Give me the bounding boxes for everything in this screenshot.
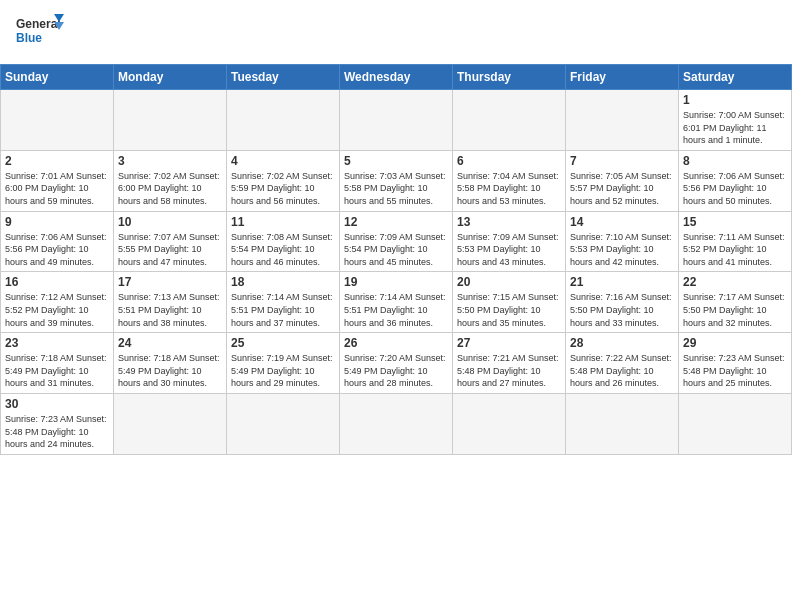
day-cell: 17Sunrise: 7:13 AM Sunset: 5:51 PM Dayli… bbox=[114, 272, 227, 333]
day-info: Sunrise: 7:06 AM Sunset: 5:56 PM Dayligh… bbox=[683, 170, 787, 208]
week-row-3: 16Sunrise: 7:12 AM Sunset: 5:52 PM Dayli… bbox=[1, 272, 792, 333]
day-cell: 6Sunrise: 7:04 AM Sunset: 5:58 PM Daylig… bbox=[453, 150, 566, 211]
day-info: Sunrise: 7:06 AM Sunset: 5:56 PM Dayligh… bbox=[5, 231, 109, 269]
day-number: 6 bbox=[457, 154, 561, 168]
day-info: Sunrise: 7:05 AM Sunset: 5:57 PM Dayligh… bbox=[570, 170, 674, 208]
day-info: Sunrise: 7:21 AM Sunset: 5:48 PM Dayligh… bbox=[457, 352, 561, 390]
day-info: Sunrise: 7:18 AM Sunset: 5:49 PM Dayligh… bbox=[5, 352, 109, 390]
day-cell: 16Sunrise: 7:12 AM Sunset: 5:52 PM Dayli… bbox=[1, 272, 114, 333]
day-info: Sunrise: 7:02 AM Sunset: 5:59 PM Dayligh… bbox=[231, 170, 335, 208]
day-cell: 25Sunrise: 7:19 AM Sunset: 5:49 PM Dayli… bbox=[227, 333, 340, 394]
day-info: Sunrise: 7:20 AM Sunset: 5:49 PM Dayligh… bbox=[344, 352, 448, 390]
day-number: 7 bbox=[570, 154, 674, 168]
day-number: 17 bbox=[118, 275, 222, 289]
day-info: Sunrise: 7:14 AM Sunset: 5:51 PM Dayligh… bbox=[231, 291, 335, 329]
day-cell: 26Sunrise: 7:20 AM Sunset: 5:49 PM Dayli… bbox=[340, 333, 453, 394]
day-number: 26 bbox=[344, 336, 448, 350]
day-number: 2 bbox=[5, 154, 109, 168]
day-number: 1 bbox=[683, 93, 787, 107]
day-cell: 30Sunrise: 7:23 AM Sunset: 5:48 PM Dayli… bbox=[1, 393, 114, 454]
day-number: 22 bbox=[683, 275, 787, 289]
weekday-header-sunday: Sunday bbox=[1, 65, 114, 90]
week-row-1: 2Sunrise: 7:01 AM Sunset: 6:00 PM Daylig… bbox=[1, 150, 792, 211]
day-number: 25 bbox=[231, 336, 335, 350]
day-info: Sunrise: 7:15 AM Sunset: 5:50 PM Dayligh… bbox=[457, 291, 561, 329]
day-number: 16 bbox=[5, 275, 109, 289]
day-info: Sunrise: 7:19 AM Sunset: 5:49 PM Dayligh… bbox=[231, 352, 335, 390]
day-info: Sunrise: 7:04 AM Sunset: 5:58 PM Dayligh… bbox=[457, 170, 561, 208]
day-number: 30 bbox=[5, 397, 109, 411]
day-cell: 27Sunrise: 7:21 AM Sunset: 5:48 PM Dayli… bbox=[453, 333, 566, 394]
day-info: Sunrise: 7:14 AM Sunset: 5:51 PM Dayligh… bbox=[344, 291, 448, 329]
weekday-header-monday: Monday bbox=[114, 65, 227, 90]
day-cell: 22Sunrise: 7:17 AM Sunset: 5:50 PM Dayli… bbox=[679, 272, 792, 333]
weekday-header-thursday: Thursday bbox=[453, 65, 566, 90]
day-cell: 18Sunrise: 7:14 AM Sunset: 5:51 PM Dayli… bbox=[227, 272, 340, 333]
day-cell: 15Sunrise: 7:11 AM Sunset: 5:52 PM Dayli… bbox=[679, 211, 792, 272]
day-info: Sunrise: 7:09 AM Sunset: 5:53 PM Dayligh… bbox=[457, 231, 561, 269]
day-number: 12 bbox=[344, 215, 448, 229]
day-cell: 19Sunrise: 7:14 AM Sunset: 5:51 PM Dayli… bbox=[340, 272, 453, 333]
day-info: Sunrise: 7:00 AM Sunset: 6:01 PM Dayligh… bbox=[683, 109, 787, 147]
calendar: SundayMondayTuesdayWednesdayThursdayFrid… bbox=[0, 64, 792, 455]
day-number: 4 bbox=[231, 154, 335, 168]
day-cell: 13Sunrise: 7:09 AM Sunset: 5:53 PM Dayli… bbox=[453, 211, 566, 272]
day-cell: 28Sunrise: 7:22 AM Sunset: 5:48 PM Dayli… bbox=[566, 333, 679, 394]
day-cell: 5Sunrise: 7:03 AM Sunset: 5:58 PM Daylig… bbox=[340, 150, 453, 211]
day-info: Sunrise: 7:23 AM Sunset: 5:48 PM Dayligh… bbox=[5, 413, 109, 451]
day-number: 20 bbox=[457, 275, 561, 289]
week-row-0: 1Sunrise: 7:00 AM Sunset: 6:01 PM Daylig… bbox=[1, 90, 792, 151]
day-number: 10 bbox=[118, 215, 222, 229]
day-info: Sunrise: 7:09 AM Sunset: 5:54 PM Dayligh… bbox=[344, 231, 448, 269]
day-number: 18 bbox=[231, 275, 335, 289]
day-info: Sunrise: 7:03 AM Sunset: 5:58 PM Dayligh… bbox=[344, 170, 448, 208]
day-cell bbox=[566, 90, 679, 151]
day-cell bbox=[566, 393, 679, 454]
day-number: 14 bbox=[570, 215, 674, 229]
day-cell: 24Sunrise: 7:18 AM Sunset: 5:49 PM Dayli… bbox=[114, 333, 227, 394]
day-number: 19 bbox=[344, 275, 448, 289]
day-cell bbox=[453, 393, 566, 454]
weekday-header-friday: Friday bbox=[566, 65, 679, 90]
day-cell: 10Sunrise: 7:07 AM Sunset: 5:55 PM Dayli… bbox=[114, 211, 227, 272]
day-cell bbox=[227, 90, 340, 151]
day-info: Sunrise: 7:07 AM Sunset: 5:55 PM Dayligh… bbox=[118, 231, 222, 269]
day-info: Sunrise: 7:23 AM Sunset: 5:48 PM Dayligh… bbox=[683, 352, 787, 390]
day-cell bbox=[679, 393, 792, 454]
day-number: 27 bbox=[457, 336, 561, 350]
day-cell bbox=[340, 393, 453, 454]
day-cell: 14Sunrise: 7:10 AM Sunset: 5:53 PM Dayli… bbox=[566, 211, 679, 272]
day-info: Sunrise: 7:17 AM Sunset: 5:50 PM Dayligh… bbox=[683, 291, 787, 329]
day-cell: 23Sunrise: 7:18 AM Sunset: 5:49 PM Dayli… bbox=[1, 333, 114, 394]
day-number: 21 bbox=[570, 275, 674, 289]
day-cell: 8Sunrise: 7:06 AM Sunset: 5:56 PM Daylig… bbox=[679, 150, 792, 211]
day-cell: 3Sunrise: 7:02 AM Sunset: 6:00 PM Daylig… bbox=[114, 150, 227, 211]
day-info: Sunrise: 7:22 AM Sunset: 5:48 PM Dayligh… bbox=[570, 352, 674, 390]
weekday-header-tuesday: Tuesday bbox=[227, 65, 340, 90]
day-info: Sunrise: 7:01 AM Sunset: 6:00 PM Dayligh… bbox=[5, 170, 109, 208]
day-info: Sunrise: 7:18 AM Sunset: 5:49 PM Dayligh… bbox=[118, 352, 222, 390]
header: General Blue bbox=[0, 0, 792, 64]
day-cell: 11Sunrise: 7:08 AM Sunset: 5:54 PM Dayli… bbox=[227, 211, 340, 272]
day-number: 15 bbox=[683, 215, 787, 229]
logo: General Blue bbox=[16, 12, 66, 56]
day-number: 9 bbox=[5, 215, 109, 229]
day-cell: 20Sunrise: 7:15 AM Sunset: 5:50 PM Dayli… bbox=[453, 272, 566, 333]
day-info: Sunrise: 7:16 AM Sunset: 5:50 PM Dayligh… bbox=[570, 291, 674, 329]
day-info: Sunrise: 7:08 AM Sunset: 5:54 PM Dayligh… bbox=[231, 231, 335, 269]
svg-text:Blue: Blue bbox=[16, 31, 42, 45]
day-number: 3 bbox=[118, 154, 222, 168]
svg-text:General: General bbox=[16, 17, 61, 31]
day-cell bbox=[340, 90, 453, 151]
day-number: 24 bbox=[118, 336, 222, 350]
day-number: 28 bbox=[570, 336, 674, 350]
day-info: Sunrise: 7:11 AM Sunset: 5:52 PM Dayligh… bbox=[683, 231, 787, 269]
day-number: 5 bbox=[344, 154, 448, 168]
day-number: 13 bbox=[457, 215, 561, 229]
day-cell: 1Sunrise: 7:00 AM Sunset: 6:01 PM Daylig… bbox=[679, 90, 792, 151]
day-number: 29 bbox=[683, 336, 787, 350]
day-cell: 21Sunrise: 7:16 AM Sunset: 5:50 PM Dayli… bbox=[566, 272, 679, 333]
day-number: 23 bbox=[5, 336, 109, 350]
logo-svg: General Blue bbox=[16, 12, 66, 56]
day-info: Sunrise: 7:02 AM Sunset: 6:00 PM Dayligh… bbox=[118, 170, 222, 208]
